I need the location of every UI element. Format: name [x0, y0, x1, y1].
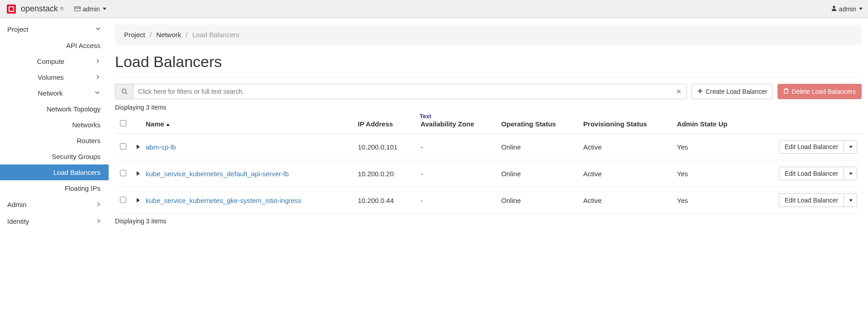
- search-input[interactable]: [133, 84, 671, 99]
- sidebar-item-routers[interactable]: Routers: [0, 133, 109, 149]
- svg-rect-2: [10, 7, 13, 11]
- edit-load-balancer-button[interactable]: Edit Load Balancer: [779, 140, 844, 154]
- edit-load-balancer-button[interactable]: Edit Load Balancer: [779, 167, 844, 180]
- table-row: kube_service_kubernetes_default_api-serv…: [115, 160, 862, 187]
- cell-op-status: Online: [497, 134, 579, 160]
- cell-az: -: [416, 187, 496, 214]
- cell-az: -: [416, 134, 496, 160]
- caret-down-icon: [849, 173, 853, 175]
- caret-down-icon: [103, 8, 106, 10]
- row-actions-dropdown[interactable]: [844, 193, 857, 207]
- cell-prov-status: Active: [579, 187, 672, 214]
- cell-op-status: Online: [497, 160, 579, 187]
- sidebar-label: Admin: [7, 201, 27, 208]
- sidebar-item-security-groups[interactable]: Security Groups: [0, 149, 109, 164]
- sidebar-item-load-balancers[interactable]: Load Balancers: [0, 164, 109, 180]
- col-prov-status[interactable]: Provisioning Status: [579, 115, 672, 134]
- cell-prov-status: Active: [579, 160, 672, 187]
- col-op-status[interactable]: Operating Status: [497, 115, 579, 134]
- sidebar-group-volumes[interactable]: Volumes: [0, 69, 109, 85]
- svg-point-6: [122, 89, 126, 93]
- lb-name-link[interactable]: kube_service_kubernetes_gke-system_istio…: [146, 197, 301, 204]
- project-name: admin: [82, 5, 100, 13]
- svg-marker-15: [137, 145, 140, 149]
- displaying-count-top: Displaying 3 items: [115, 104, 862, 111]
- user-menu[interactable]: admin: [831, 5, 863, 13]
- select-all-checkbox[interactable]: [120, 120, 126, 126]
- row-checkbox[interactable]: [120, 143, 126, 150]
- sidebar-item-api-access[interactable]: API Access: [0, 38, 109, 53]
- sidebar-group-compute[interactable]: Compute: [0, 53, 109, 69]
- trash-icon: [783, 88, 789, 95]
- cell-ip: 10.200.0.101: [353, 134, 416, 160]
- create-load-balancer-button[interactable]: Create Load Balancer: [692, 84, 773, 99]
- chevron-right-icon: [95, 58, 100, 65]
- sidebar-group-admin[interactable]: Admin: [0, 196, 109, 213]
- sidebar-group-project[interactable]: Project: [0, 21, 109, 38]
- openstack-logo-icon: [5, 3, 17, 15]
- brand[interactable]: openstack®: [5, 3, 63, 15]
- svg-marker-16: [137, 171, 140, 176]
- col-admin-up[interactable]: Admin State Up: [672, 115, 749, 134]
- breadcrumb: Project / Network / Load Balancers: [115, 24, 862, 45]
- sidebar-item-floating-ips[interactable]: Floating IPs: [0, 180, 109, 196]
- col-az[interactable]: Text Availability Zone: [416, 115, 496, 134]
- row-checkbox[interactable]: [120, 197, 126, 203]
- expand-row-icon[interactable]: [136, 143, 140, 151]
- cell-ip: 10.200.0.20: [353, 160, 416, 187]
- svg-rect-3: [74, 7, 81, 11]
- expand-row-icon[interactable]: [136, 197, 140, 204]
- col-name[interactable]: Name: [141, 115, 353, 134]
- chevron-right-icon: [96, 218, 101, 225]
- sidebar-label: Compute: [37, 58, 65, 65]
- sidebar-item-networks[interactable]: Networks: [0, 117, 109, 133]
- chevron-down-icon: [94, 89, 100, 97]
- search-group: [115, 84, 687, 99]
- table-row: kube_service_kubernetes_gke-system_istio…: [115, 187, 862, 214]
- cell-admin-up: Yes: [672, 187, 749, 214]
- row-actions-dropdown[interactable]: [844, 167, 857, 180]
- toolbar: Create Load Balancer Delete Load Balance…: [115, 84, 862, 99]
- chevron-down-icon: [95, 25, 101, 33]
- breadcrumb-network[interactable]: Network: [156, 31, 181, 39]
- edit-load-balancer-button[interactable]: Edit Load Balancer: [779, 193, 844, 207]
- cell-prov-status: Active: [579, 134, 672, 160]
- lb-name-link[interactable]: abm-cp-lb: [146, 143, 176, 151]
- cell-az: -: [416, 160, 496, 187]
- brand-text: openstack: [21, 4, 58, 14]
- col-ip[interactable]: IP Address: [353, 115, 416, 134]
- row-checkbox[interactable]: [120, 170, 126, 176]
- svg-line-7: [125, 93, 127, 95]
- breadcrumb-project[interactable]: Project: [124, 31, 145, 39]
- page-title: Load Balancers: [115, 53, 862, 71]
- sidebar-group-network[interactable]: Network: [0, 85, 109, 101]
- user-icon: [831, 5, 837, 13]
- main-content: Project / Network / Load Balancers Load …: [109, 18, 868, 237]
- plus-icon: [697, 88, 703, 95]
- cell-op-status: Online: [497, 187, 579, 214]
- caret-down-icon: [859, 8, 863, 10]
- breadcrumb-current: Load Balancers: [192, 31, 239, 39]
- row-actions-dropdown[interactable]: [844, 140, 857, 154]
- displaying-count-bottom: Displaying 3 items: [115, 217, 862, 225]
- project-selector[interactable]: admin: [74, 5, 106, 13]
- search-icon: [115, 84, 133, 99]
- caret-down-icon: [849, 146, 853, 148]
- domain-icon: [74, 5, 81, 13]
- chevron-right-icon: [95, 74, 100, 81]
- sidebar-group-identity[interactable]: Identity: [0, 213, 109, 230]
- clear-search-button[interactable]: [671, 84, 687, 99]
- delete-load-balancers-button[interactable]: Delete Load Balancers: [777, 84, 862, 99]
- user-label: admin: [839, 5, 856, 13]
- sidebar-label: Network: [38, 89, 62, 97]
- svg-marker-17: [137, 198, 140, 203]
- button-label: Create Load Balancer: [706, 88, 767, 95]
- table-row: abm-cp-lb10.200.0.101-OnlineActiveYesEdi…: [115, 134, 862, 160]
- lb-name-link[interactable]: kube_service_kubernetes_default_api-serv…: [146, 170, 289, 178]
- sidebar-item-network-topology[interactable]: Network Topology: [0, 101, 109, 117]
- load-balancers-table: Name IP Address Text Availability Zone O…: [115, 115, 862, 214]
- chevron-right-icon: [96, 201, 101, 208]
- top-navbar: openstack® admin admin: [0, 0, 868, 18]
- overlay-text: Text: [420, 113, 431, 120]
- expand-row-icon[interactable]: [136, 170, 140, 178]
